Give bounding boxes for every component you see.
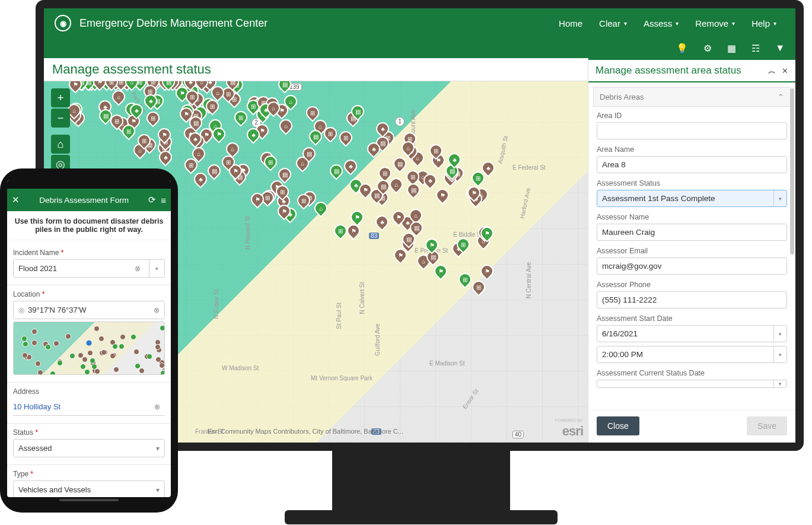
incident-label: Incident Name * (13, 249, 165, 257)
area-id-label: Area ID (597, 112, 787, 120)
panel-header: Manage assessment area status ︽ ✕ (588, 58, 795, 82)
phone-header: ✕ Debris Assessment Form ⟳ ≡ (7, 189, 171, 211)
map-marker[interactable]: ▤ (327, 161, 345, 180)
area-id-input[interactable] (597, 122, 787, 139)
chevron-down-icon: ▾ (773, 346, 786, 362)
map-marker[interactable]: ⊞ (470, 278, 488, 296)
status-select[interactable]: Assessed ▾ (13, 439, 165, 457)
location-input[interactable]: ◎ 39°17'N 76°37'W ⊗ (13, 301, 165, 319)
map-marker[interactable]: ⊞ (144, 109, 163, 128)
current-status-date-select[interactable]: ▾ (597, 380, 787, 388)
settings-gear-icon[interactable]: ⚙ (703, 43, 712, 54)
broadcast-icon[interactable]: ⟳ (148, 195, 156, 205)
nav-assess[interactable]: Assess▾ (644, 18, 679, 28)
close-button[interactable]: Close (597, 416, 639, 435)
nav-home[interactable]: Home (559, 18, 582, 28)
powered-by-label: POWERED BY (555, 418, 583, 422)
chevron-down-icon: ▾ (773, 20, 776, 27)
home-extent-button[interactable]: ⌂ (51, 135, 70, 154)
chevron-down-icon: ▾ (773, 190, 786, 206)
map-marker[interactable]: ⊞ (231, 109, 250, 127)
area-name-label: Area Name (597, 145, 787, 154)
chevron-down-icon: ▾ (773, 380, 786, 387)
panel-title: Manage assessment area status (596, 65, 741, 77)
assessor-phone-label: Assessor Phone (597, 281, 787, 289)
assessment-status-select[interactable]: Assessment 1st Pass Complete ▾ (597, 190, 787, 207)
monitor-stand (332, 450, 510, 521)
menu-icon[interactable]: ≡ (161, 195, 166, 205)
map-marker[interactable]: ▤ (275, 81, 294, 94)
assessor-email-input[interactable] (597, 257, 787, 275)
panel-body: Debris Areas ⌃ Area ID Area Name Assessm… (588, 82, 795, 410)
status-value: Assessed (18, 444, 52, 453)
nav-help[interactable]: Help▾ (752, 18, 776, 28)
phone-title: Debris Assessment Form (24, 196, 144, 205)
start-time-value: 2:00:00 PM (602, 350, 643, 359)
map-marker[interactable]: ♣ (372, 212, 391, 231)
phone-form: Incident Name * Flood 2021⊗ ▾ Location *… (7, 240, 171, 497)
close-icon[interactable]: ✕ (782, 66, 788, 75)
incident-select[interactable]: Flood 2021⊗ ▾ (13, 259, 165, 278)
nav-clear[interactable]: Clear▾ (599, 18, 627, 28)
address-label: Address (13, 387, 165, 396)
start-time-select[interactable]: 2:00:00 PM ▾ (597, 346, 787, 363)
chevron-down-icon: ▾ (149, 260, 164, 277)
zoom-in-button[interactable]: + (51, 88, 70, 107)
location-minimap[interactable] (13, 322, 165, 375)
assessor-name-label: Assessor Name (597, 213, 787, 221)
type-label: Type * (13, 470, 165, 478)
save-button[interactable]: Save (747, 416, 787, 435)
chevron-down-icon: ▾ (156, 486, 160, 494)
filter-icon[interactable]: ▼ (775, 43, 785, 53)
map-marker[interactable]: ⚑ (348, 208, 366, 226)
address-value: 10 Holliday St (13, 402, 60, 411)
chevron-down-icon: ▾ (773, 326, 786, 342)
phone-status-bar (7, 180, 171, 189)
chevron-down-icon: ▾ (624, 20, 627, 27)
assessor-name-input[interactable] (597, 224, 787, 241)
clear-icon[interactable]: ⊗ (154, 403, 160, 411)
map-marker[interactable]: ⊞ (336, 129, 355, 147)
status-label: Status * (13, 428, 165, 437)
list-icon[interactable]: ☶ (752, 43, 760, 54)
map-marker[interactable]: ⚑ (434, 186, 452, 204)
tool-row: 💡 ⚙ ▦ ☶ ▼ (44, 38, 795, 58)
clear-icon[interactable]: ⊗ (135, 265, 141, 273)
close-icon[interactable]: ✕ (12, 195, 20, 205)
chevron-down-icon: ▾ (676, 20, 679, 27)
assessor-email-label: Assessor Email (597, 247, 787, 255)
assessment-status-value: Assessment 1st Pass Complete (602, 194, 715, 203)
section-header[interactable]: Debris Areas ⌃ (593, 87, 791, 107)
chevron-down-icon: ▾ (156, 444, 160, 453)
section-title: Debris Areas (600, 93, 644, 101)
address-input[interactable]: 10 Holliday St ⊗ (13, 398, 165, 416)
zoom-out-button[interactable]: − (51, 109, 70, 128)
map-marker[interactable]: ⚑ (478, 262, 496, 280)
start-date-select[interactable]: 6/16/2021 ▾ (597, 325, 787, 342)
map-marker[interactable]: ▤ (391, 155, 409, 173)
type-value: Vehicles and Vessels (18, 485, 91, 494)
map-marker[interactable]: ▤ (205, 161, 223, 180)
map-marker[interactable]: ⌂ (276, 117, 295, 135)
map-marker[interactable]: ⚑ (422, 236, 441, 254)
nav-remove[interactable]: Remove▾ (695, 18, 735, 28)
collapse-up-icon[interactable]: ︽ (768, 65, 776, 76)
app-title: Emergency Debris Management Center (79, 17, 268, 30)
assessor-phone-input[interactable] (597, 291, 787, 308)
location-value: 39°17'N 76°37'W (28, 306, 86, 314)
crosshair-icon[interactable]: ◎ (18, 306, 24, 314)
start-date-label: Assessment Start Date (597, 314, 787, 323)
map-marker[interactable]: ♣ (192, 170, 210, 189)
type-select[interactable]: Vehicles and Vessels ▾ (13, 481, 165, 497)
map-marker[interactable]: ♣ (342, 157, 360, 176)
lightbulb-dot-icon[interactable]: 💡 (676, 43, 688, 54)
map-marker[interactable]: ⊞ (332, 221, 350, 240)
area-name-input[interactable] (597, 156, 787, 173)
grid-icon[interactable]: ▦ (727, 43, 736, 54)
clear-icon[interactable]: ⊗ (154, 306, 160, 314)
page-title: Manage assessment status (44, 58, 588, 81)
current-status-date-label: Assessment Current Status Date (597, 369, 787, 377)
side-panel: Manage assessment area status ︽ ✕ Debris… (588, 58, 795, 443)
panel-scrollbar[interactable] (789, 84, 794, 409)
panel-footer: Close Save (588, 410, 795, 443)
